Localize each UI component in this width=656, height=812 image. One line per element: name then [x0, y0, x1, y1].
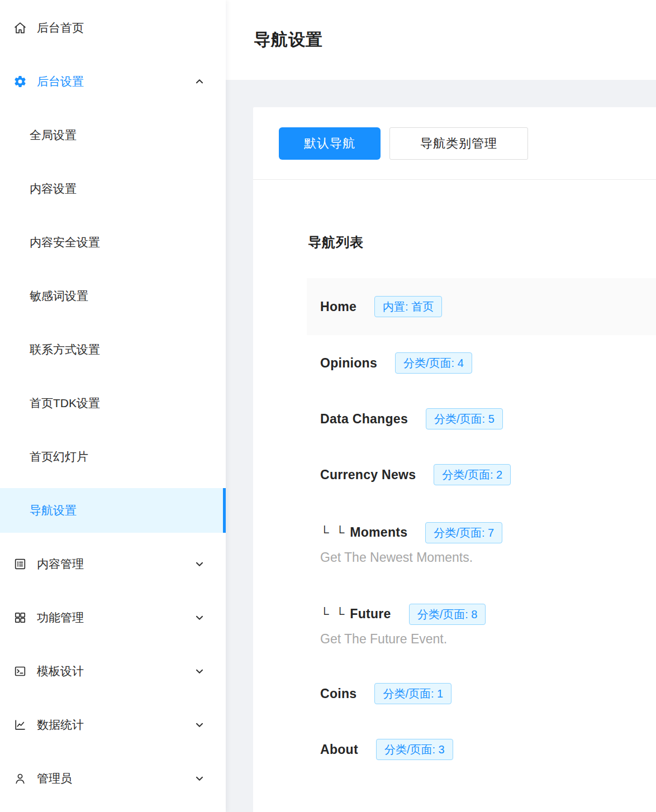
sidebar-item-label: 联系方式设置 — [30, 342, 100, 357]
tab-nav-category-management[interactable]: 导航类别管理 — [389, 127, 528, 160]
nav-item-badge: 分类/页面: 7 — [425, 522, 502, 543]
nav-item-title: Coins — [320, 686, 356, 701]
chevron-up-icon — [194, 77, 205, 87]
nav-item-badge: 分类/页面: 1 — [374, 683, 451, 704]
nav-item-badge: 分类/页面: 3 — [376, 739, 453, 760]
nav-list-row-data-changes[interactable]: Data Changes 分类/页面: 5 — [307, 391, 656, 447]
chevron-down-icon — [194, 666, 205, 676]
sidebar-item-label: 模板设计 — [37, 663, 84, 679]
nav-item-title: About — [320, 742, 358, 757]
sidebar-item-label: 内容设置 — [30, 181, 77, 197]
nav-item-description: Get The Newest Moments. — [320, 550, 643, 565]
sidebar-item-label: 全局设置 — [30, 127, 77, 143]
nav-list-row-coins[interactable]: Coins 分类/页面: 1 — [307, 666, 656, 722]
sidebar-item-contact-settings[interactable]: 联系方式设置 — [0, 323, 226, 376]
sidebar-item-label: 内容安全设置 — [30, 235, 100, 250]
sidebar: 后台首页 后台设置 全局设置 内容设置 内容安全设置 敏感词设置 联系方 — [0, 0, 226, 812]
nav-list-row-home[interactable]: Home 内置: 首页 — [307, 278, 656, 335]
user-icon — [13, 772, 27, 785]
sidebar-item-global-settings[interactable]: 全局设置 — [0, 108, 226, 162]
nav-item-description: Get The Future Event. — [320, 632, 643, 647]
line-chart-icon — [13, 718, 27, 732]
sidebar-item-dashboard[interactable]: 后台首页 — [0, 1, 226, 55]
sidebar-item-label: 数据统计 — [37, 717, 84, 733]
sidebar-item-nav-settings[interactable]: 导航设置 — [0, 488, 226, 533]
sidebar-item-label: 内容管理 — [37, 556, 84, 572]
nav-item-title: Moments — [350, 525, 407, 540]
gear-icon — [13, 75, 27, 88]
home-icon — [13, 21, 27, 35]
app-window: 后台首页 后台设置 全局设置 内容设置 内容安全设置 敏感词设置 联系方 — [0, 0, 656, 812]
nav-item-title: Data Changes — [320, 412, 408, 427]
nav-list-row-moments[interactable]: └ └ Moments 分类/页面: 7 Get The Newest Mome… — [307, 503, 656, 584]
sidebar-item-content-security[interactable]: 内容安全设置 — [0, 216, 226, 269]
appstore-icon — [13, 611, 27, 624]
nav-item-title: Opinions — [320, 356, 377, 371]
tab-default-nav[interactable]: 默认导航 — [279, 127, 381, 160]
sidebar-item-label: 管理员 — [37, 771, 72, 786]
sidebar-item-label: 敏感词设置 — [30, 288, 88, 304]
nav-list-row-about[interactable]: About 分类/页面: 3 — [307, 722, 656, 777]
nav-list-row-currency-news[interactable]: Currency News 分类/页面: 2 — [307, 447, 656, 503]
sidebar-item-admins[interactable]: 管理员 — [0, 752, 226, 805]
terminal-icon — [13, 665, 27, 678]
sidebar-item-template-design[interactable]: 模板设计 — [0, 644, 226, 698]
settings-card: 默认导航 导航类别管理 导航列表 Home 内置: 首页 — [253, 107, 656, 812]
chevron-down-icon — [194, 773, 205, 784]
page-header: 导航设置 — [226, 0, 656, 80]
nav-list-section: 导航列表 Home 内置: 首页 Opinions 分类/页面: 4 — [253, 180, 656, 800]
sidebar-item-label: 后台设置 — [37, 74, 84, 89]
nav-item-title: Currency News — [320, 467, 416, 483]
content-area: 默认导航 导航类别管理 导航列表 Home 内置: 首页 — [226, 80, 656, 812]
sidebar-item-label: 导航设置 — [30, 503, 77, 518]
tab-bar: 默认导航 导航类别管理 — [253, 107, 656, 180]
sidebar-item-label: 功能管理 — [37, 610, 84, 625]
nav-list-row-future[interactable]: └ └ Future 分类/页面: 8 Get The Future Event… — [307, 584, 656, 666]
nav-item-badge: 分类/页面: 5 — [426, 408, 503, 429]
nav-item-badge: 分类/页面: 4 — [395, 352, 472, 374]
sidebar-item-home-slides[interactable]: 首页幻灯片 — [0, 430, 226, 484]
nav-item-badge: 分类/页面: 2 — [434, 464, 511, 485]
nav-item-title: Home — [320, 299, 356, 314]
sidebar-item-label: 首页TDK设置 — [30, 395, 100, 411]
sidebar-item-label: 后台首页 — [37, 20, 84, 36]
page-title: 导航设置 — [254, 28, 323, 51]
sub-level-indicator: └ └ — [320, 607, 346, 622]
chevron-down-icon — [194, 720, 205, 730]
nav-list-heading: 导航列表 — [307, 180, 656, 278]
sub-level-indicator: └ └ — [320, 526, 346, 540]
nav-list: Home 内置: 首页 Opinions 分类/页面: 4 — [307, 278, 656, 777]
chevron-down-icon — [194, 613, 205, 623]
sidebar-item-tdk-settings[interactable]: 首页TDK设置 — [0, 376, 226, 430]
main-area: 导航设置 默认导航 导航类别管理 导航列表 Home 内置: 首页 — [226, 0, 656, 812]
nav-item-badge: 分类/页面: 8 — [409, 604, 486, 625]
sidebar-item-feature-management[interactable]: 功能管理 — [0, 591, 226, 644]
list-icon — [13, 557, 27, 571]
sidebar-item-sensitive-words[interactable]: 敏感词设置 — [0, 269, 226, 323]
nav-item-badge: 内置: 首页 — [374, 296, 442, 317]
sidebar-item-settings[interactable]: 后台设置 — [0, 55, 226, 108]
chevron-down-icon — [194, 559, 205, 569]
sidebar-item-content-management[interactable]: 内容管理 — [0, 537, 226, 591]
nav-list-row-opinions[interactable]: Opinions 分类/页面: 4 — [307, 335, 656, 391]
sidebar-item-content-settings[interactable]: 内容设置 — [0, 162, 226, 216]
sidebar-item-label: 首页幻灯片 — [30, 449, 88, 465]
sidebar-item-statistics[interactable]: 数据统计 — [0, 698, 226, 752]
nav-item-title: Future — [350, 606, 391, 622]
